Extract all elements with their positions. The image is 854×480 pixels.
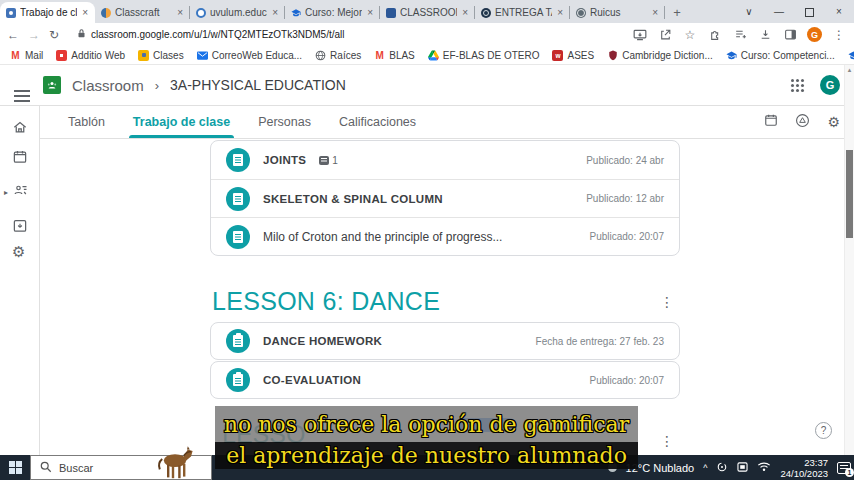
side-panel-icon[interactable] xyxy=(782,27,798,43)
expand-chevron-icon[interactable]: ▸ xyxy=(4,188,8,197)
tab-calificaciones[interactable]: Calificaciones xyxy=(325,106,430,138)
drive-folder-icon[interactable] xyxy=(795,113,810,132)
help-icon[interactable]: ? xyxy=(815,422,832,439)
bookmark-curso-cdd[interactable]: Curso: CDD - Nivel... xyxy=(848,50,854,61)
next-section-menu-icon[interactable]: ⋮ xyxy=(656,434,678,448)
tab-entrega-tareas[interactable]: ENTREGA TARE... × xyxy=(475,2,570,23)
tab-trabajo-de-clase-nav[interactable]: Trabajo de clase xyxy=(119,106,244,138)
minimize-button[interactable]: — xyxy=(764,0,794,23)
tab-close-icon[interactable]: × xyxy=(271,7,279,18)
reading-list-icon[interactable] xyxy=(732,27,748,43)
sidebar-settings-icon[interactable]: ⚙ xyxy=(12,244,25,259)
window-close-button[interactable]: × xyxy=(824,0,854,23)
tab-personas[interactable]: Personas xyxy=(244,106,325,138)
bookmark-raices[interactable]: Raíces xyxy=(315,50,361,61)
tab-close-icon[interactable]: × xyxy=(651,7,659,18)
clases-icon xyxy=(138,50,149,61)
url-bar[interactable]: classroom.google.com/u/1/w/NTQ2MTEzOTk3N… xyxy=(68,26,623,43)
tab-close-icon[interactable]: × xyxy=(176,7,184,18)
archived-classes-icon[interactable] xyxy=(12,218,28,237)
account-avatar[interactable]: G xyxy=(820,75,840,95)
ruicus-favicon xyxy=(576,8,586,18)
back-button[interactable]: ← xyxy=(7,28,19,42)
forward-button[interactable]: → xyxy=(28,28,40,42)
material-title: JOINTS xyxy=(263,154,306,166)
tab-trabajo-de-clase[interactable]: Trabajo de clas... × xyxy=(0,2,95,23)
browser-profile-avatar[interactable]: G xyxy=(807,27,822,42)
envelope-icon xyxy=(197,50,208,61)
bookmark-label: Cambridge Diction... xyxy=(622,50,713,61)
calendar-icon[interactable] xyxy=(764,113,778,131)
tab-classroom-b[interactable]: CLASSROOM B... × xyxy=(380,2,475,23)
bookmark-label: CorreoWeb Educa... xyxy=(212,50,302,61)
google-apps-grid-icon[interactable] xyxy=(791,79,804,92)
graduation-cap-favicon xyxy=(291,8,301,18)
download-icon[interactable] xyxy=(757,27,773,43)
scrollbar[interactable]: ▴ xyxy=(844,65,854,455)
tray-chevron-icon[interactable]: ^ xyxy=(703,463,707,473)
notification-center-icon[interactable]: 1 xyxy=(837,462,851,474)
bookmark-correoweb[interactable]: CorreoWeb Educa... xyxy=(197,50,302,61)
home-icon[interactable] xyxy=(12,120,28,139)
tab-close-icon[interactable]: × xyxy=(366,7,374,18)
material-title: Milo of Croton and the principle of prog… xyxy=(263,230,502,244)
maximize-button[interactable] xyxy=(794,0,824,23)
tab-curso-mejora[interactable]: Curso: Mejora l... × xyxy=(285,2,380,23)
tab-classcraft[interactable]: Classcraft × xyxy=(95,2,190,23)
material-row-joints[interactable]: JOINTS 1 Publicado: 24 abr xyxy=(211,141,679,179)
bookmarks-bar: Mail Additio Web Clases CorreoWeb Educa.… xyxy=(0,46,854,65)
scrollbar-thumb[interactable] xyxy=(846,150,853,238)
teaching-classes-icon[interactable] xyxy=(12,182,29,202)
start-button[interactable] xyxy=(0,455,30,480)
bookmark-ef-blas-de-otero[interactable]: EF-BLAS DE OTERO xyxy=(428,50,540,61)
tab-ruicus[interactable]: Ruicus × xyxy=(570,2,665,23)
tab-search-icon[interactable]: ∨ xyxy=(734,0,764,23)
material-book-icon xyxy=(226,148,250,172)
section-menu-icon[interactable]: ⋮ xyxy=(656,295,678,309)
desktop-horse-pet[interactable] xyxy=(150,443,200,480)
bookmark-label: Additio Web xyxy=(71,50,125,61)
extensions-icon[interactable] xyxy=(707,27,723,43)
search-placeholder: Buscar xyxy=(59,462,93,474)
wifi-icon[interactable] xyxy=(757,461,771,474)
tab-close-icon[interactable]: × xyxy=(556,7,564,18)
material-title: SKELETON & SPINAL COLUMN xyxy=(263,193,443,205)
scroll-up-icon[interactable]: ▴ xyxy=(845,65,854,75)
bookmark-cambridge[interactable]: Cambridge Diction... xyxy=(607,50,713,61)
bookmark-clases[interactable]: Clases xyxy=(138,50,184,61)
onedrive-icon[interactable] xyxy=(716,462,728,474)
course-name[interactable]: 3A-PHYSICAL EDUCATION xyxy=(170,77,346,93)
section-title[interactable]: LESSON 6: DANCE xyxy=(212,287,440,316)
hamburger-menu-icon[interactable] xyxy=(14,78,32,92)
bookmark-additio[interactable]: Additio Web xyxy=(56,50,125,61)
search-icon xyxy=(40,461,52,475)
subtitle-text: no nos ofrece la opción de gamificar xyxy=(224,412,629,437)
bookmark-blas[interactable]: BLAS xyxy=(374,50,415,61)
bookmark-star-icon[interactable]: ☆ xyxy=(682,27,698,43)
reload-button[interactable]: ↻ xyxy=(49,28,59,42)
taskbar-clock[interactable]: 23:3724/10/2023 xyxy=(780,457,828,479)
tab-tablon[interactable]: Tablón xyxy=(54,106,119,138)
tab-close-icon[interactable]: × xyxy=(461,7,469,18)
globe-icon xyxy=(315,50,326,61)
tab-label: Ruicus xyxy=(590,7,647,18)
install-icon[interactable] xyxy=(632,27,648,43)
tray-app-icon[interactable] xyxy=(737,462,748,474)
bookmark-ases[interactable]: ASES xyxy=(552,50,594,61)
bookmark-label: Clases xyxy=(153,50,184,61)
sidebar-calendar-icon[interactable] xyxy=(12,149,28,168)
bookmark-label: ASES xyxy=(567,50,594,61)
tab-uvulum[interactable]: uvulum.educa.m... × xyxy=(190,2,285,23)
assignment-row-coevaluation[interactable]: CO-EVALUATION Publicado: 20:07 xyxy=(211,362,679,398)
tab-close-icon[interactable]: × xyxy=(81,7,89,18)
bookmark-mail[interactable]: Mail xyxy=(10,50,43,61)
material-row-milo[interactable]: Milo of Croton and the principle of prog… xyxy=(211,217,679,255)
browser-menu-icon[interactable]: ⋮ xyxy=(831,27,847,43)
app-name[interactable]: Classroom xyxy=(72,77,144,94)
bookmark-curso-competencia[interactable]: Curso: Competenci... xyxy=(726,50,835,61)
material-row-skeleton[interactable]: SKELETON & SPINAL COLUMN Publicado: 12 a… xyxy=(211,179,679,217)
settings-gear-icon[interactable]: ⚙ xyxy=(827,115,840,129)
assignment-row-dance-homework[interactable]: DANCE HOMEWORK Fecha de entrega: 27 feb.… xyxy=(211,323,679,359)
share-icon[interactable] xyxy=(657,27,673,43)
new-tab-button[interactable]: + xyxy=(665,2,689,23)
